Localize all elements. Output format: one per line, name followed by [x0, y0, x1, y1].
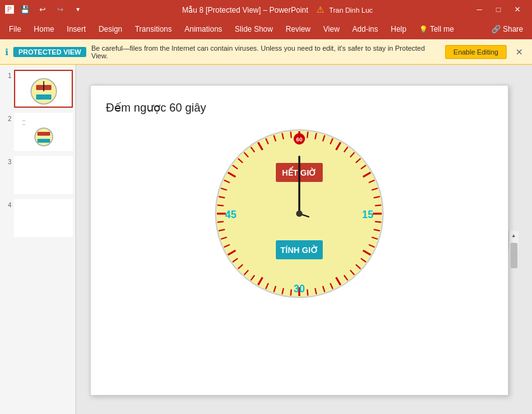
sixty-label: 60 [296, 136, 302, 143]
main-area: 1 2 — — [0, 65, 532, 414]
window-title: Mẫu 8 [Protected View] – PowerPoint ⚠ Tr… [85, 4, 470, 15]
protected-message: Be careful—files from the Internet can c… [91, 44, 440, 60]
redo-btn[interactable]: ↪ [53, 3, 67, 16]
svg-text:—: — [22, 122, 25, 126]
powerpoint-icon: 🅿 [5, 4, 14, 15]
menu-view[interactable]: View [317, 22, 346, 36]
menu-insert[interactable]: Insert [60, 22, 92, 36]
slide-3-preview [18, 157, 69, 193]
content-area: Đếm ngược 60 giây [76, 65, 532, 414]
svg-line-28 [375, 205, 381, 205]
tinh-gio-label: TÍNH GIỜ [280, 245, 318, 255]
slide-4-preview [18, 200, 69, 236]
svg-line-30 [375, 221, 381, 222]
slide-num-3: 3 [3, 156, 11, 165]
clock-center-dot [296, 210, 302, 217]
menu-animations[interactable]: Animations [178, 22, 228, 36]
svg-rect-11 [18, 157, 69, 193]
save-btn[interactable]: 💾 [18, 3, 32, 16]
scroll-up-button[interactable]: ▲ [509, 231, 519, 240]
menu-help[interactable]: Help [384, 22, 413, 36]
slide-image-2[interactable]: — — [14, 113, 73, 151]
window-controls: ─ □ ✕ [470, 0, 527, 19]
protected-view-bar: ℹ PROTECTED VIEW Be careful—files from t… [0, 39, 532, 65]
svg-line-58 [217, 221, 224, 222]
slide-thumb-3[interactable]: 3 [3, 156, 73, 194]
title-bar-left: 🅿 💾 ↩ ↪ ▼ [5, 3, 85, 16]
menu-home[interactable]: Home [27, 22, 60, 36]
vertical-scrollbar: ▲ ▼ [509, 231, 518, 250]
slide-image-3[interactable] [14, 156, 73, 194]
slide-num-1: 1 [3, 70, 11, 79]
scroll-thumb[interactable] [510, 243, 517, 268]
info-icon: ℹ [5, 47, 8, 57]
slide-thumb-1[interactable]: 1 [3, 70, 73, 108]
customize-btn[interactable]: ▼ [71, 3, 85, 16]
svg-line-60 [217, 205, 224, 205]
menu-file[interactable]: File [3, 22, 27, 36]
menu-addins[interactable]: Add-ins [346, 22, 385, 36]
svg-line-15 [308, 131, 308, 138]
menu-tellme[interactable]: 💡 Tell me [413, 22, 460, 36]
slide-panel: 1 2 — — [0, 65, 76, 414]
label-30: 30 [294, 283, 305, 294]
clock-svg: 60 HẾT GIỜ 15 45 30 TÍNH GIỜ [211, 125, 388, 302]
svg-line-43 [308, 289, 308, 295]
slide-image-4[interactable] [14, 199, 73, 237]
slide-2-preview: — — [18, 114, 69, 150]
close-protected-bar-button[interactable]: ✕ [512, 46, 527, 58]
menu-design[interactable]: Design [92, 22, 128, 36]
menu-review[interactable]: Review [279, 22, 316, 36]
protected-badge: PROTECTED VIEW [13, 47, 86, 57]
restore-button[interactable]: □ [489, 0, 508, 19]
slide-1-preview [18, 71, 69, 107]
menu-share[interactable]: 🔗 Share [485, 22, 529, 36]
slide-num-2: 2 [3, 113, 11, 122]
undo-btn[interactable]: ↩ [36, 3, 49, 16]
svg-point-8 [35, 128, 53, 146]
title-bar: 🅿 💾 ↩ ↪ ▼ Mẫu 8 [Protected View] – Power… [0, 0, 532, 19]
slide-num-4: 4 [3, 199, 11, 209]
svg-rect-10 [37, 139, 50, 143]
label-45: 45 [225, 209, 237, 220]
svg-line-73 [290, 131, 291, 138]
menu-bar: File Home Insert Design Transitions Anim… [0, 19, 532, 39]
slide-image-1[interactable] [14, 70, 73, 108]
warning-icon: ⚠ [316, 4, 325, 15]
slide-thumb-4[interactable]: 4 [3, 199, 73, 237]
svg-rect-9 [37, 132, 50, 136]
close-button[interactable]: ✕ [508, 0, 527, 19]
svg-rect-12 [18, 200, 69, 236]
svg-line-45 [290, 289, 291, 295]
minimize-button[interactable]: ─ [470, 0, 489, 19]
svg-rect-3 [36, 94, 51, 100]
label-15: 15 [362, 209, 373, 220]
menu-slideshow[interactable]: Slide Show [228, 22, 279, 36]
slide-canvas: Đếm ngược 60 giây [90, 85, 509, 396]
menu-transitions[interactable]: Transitions [129, 22, 178, 36]
enable-editing-button[interactable]: Enable Editing [445, 45, 507, 59]
slide-thumb-2[interactable]: 2 — — [3, 113, 73, 151]
slide-title: Đếm ngược 60 giây [106, 101, 206, 115]
